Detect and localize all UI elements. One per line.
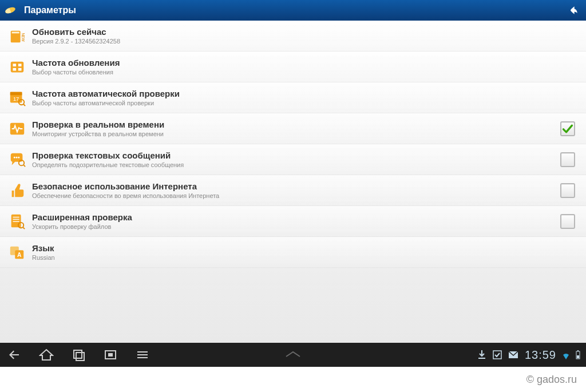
- row-autoscan-frequency[interactable]: 17 Частота автоматической проверки Выбор…: [0, 82, 586, 113]
- row-subtitle: Выбор частоты автоматической проверки: [32, 100, 579, 106]
- row-text: Язык Russian: [32, 243, 579, 261]
- svg-rect-42: [577, 350, 579, 351]
- row-update-now[interactable]: NEW Обновить сейчас Версия 2.9.2 - 13245…: [0, 21, 586, 52]
- settings-list: NEW Обновить сейчас Версия 2.9.2 - 13245…: [0, 21, 586, 343]
- svg-rect-31: [76, 353, 84, 361]
- realtime-scan-icon: [7, 118, 27, 139]
- wifi-icon: [563, 350, 569, 359]
- update-now-icon: NEW: [7, 26, 27, 46]
- svg-rect-11: [10, 92, 22, 95]
- app-root: Параметры NEW Обновить сейчас Версия 2.9…: [0, 0, 586, 392]
- nav-recent-button[interactable]: [70, 346, 87, 363]
- row-text: Частота обновления Выбор частоты обновле…: [32, 58, 579, 76]
- realtime-scan-checkbox[interactable]: [560, 121, 575, 136]
- clock-text: 13:59: [525, 349, 556, 362]
- download-icon: [478, 350, 486, 359]
- row-subtitle: Определять подозрительные текстовые сооб…: [32, 161, 556, 168]
- row-subtitle: Ускорить проверку файлов: [32, 223, 556, 230]
- row-text: Расширенная проверка Ускорить проверку ф…: [32, 212, 556, 230]
- row-title: Обновить сейчас: [32, 27, 579, 37]
- row-title: Проверка текстовых сообщений: [32, 151, 556, 160]
- extended-scan-checkbox[interactable]: [560, 214, 575, 229]
- svg-rect-21: [11, 214, 21, 227]
- row-subtitle: Мониторинг устройства в реальном времени: [32, 130, 556, 137]
- nav-back-button[interactable]: [6, 346, 23, 363]
- app-pill-icon: [0, 0, 21, 21]
- system-navbar: 13:59: [0, 343, 586, 367]
- row-extended-scan[interactable]: Расширенная проверка Ускорить проверку ф…: [0, 206, 586, 237]
- svg-text:NEW: NEW: [21, 33, 25, 42]
- row-text: Проверка в реальном времени Мониторинг у…: [32, 120, 556, 137]
- thumbs-up-icon: [7, 180, 27, 201]
- row-text: Обновить сейчас Версия 2.9.2 - 132456232…: [32, 27, 579, 45]
- header-title: Параметры: [24, 5, 76, 15]
- row-text: Проверка текстовых сообщений Определять …: [32, 151, 556, 168]
- svg-rect-5: [11, 61, 24, 72]
- svg-rect-6: [13, 64, 17, 66]
- header-bar: Параметры: [0, 0, 586, 21]
- svg-line-14: [23, 104, 25, 106]
- row-text: Безопасное использование Интернета Обесп…: [32, 181, 556, 199]
- watermark-footer: © gados.ru: [0, 367, 586, 392]
- svg-rect-38: [493, 351, 501, 359]
- svg-text:17: 17: [13, 96, 19, 101]
- sms-scan-icon: [7, 149, 27, 170]
- svg-line-20: [23, 165, 25, 167]
- svg-rect-33: [108, 353, 113, 357]
- row-subtitle: Russian: [32, 254, 579, 261]
- row-subtitle: Обеспечение безопасности во время исполь…: [32, 192, 556, 199]
- safe-internet-checkbox[interactable]: [560, 183, 575, 198]
- row-title: Расширенная проверка: [32, 212, 556, 222]
- language-icon: A: [7, 242, 27, 263]
- mail-icon: [509, 351, 518, 358]
- row-title: Язык: [32, 243, 579, 253]
- row-language[interactable]: A Язык Russian: [0, 237, 586, 268]
- svg-rect-7: [18, 64, 22, 66]
- row-safe-internet[interactable]: Безопасное использование Интернета Обесп…: [0, 175, 586, 206]
- document-search-icon: [7, 211, 27, 232]
- update-frequency-icon: [7, 57, 27, 77]
- row-update-frequency[interactable]: Частота обновления Выбор частоты обновле…: [0, 52, 586, 82]
- battery-icon: [576, 350, 580, 359]
- svg-rect-8: [13, 68, 17, 70]
- svg-point-16: [14, 156, 15, 158]
- checkbox-tray-icon: [493, 350, 502, 359]
- nav-home-button[interactable]: [38, 346, 55, 363]
- svg-rect-9: [18, 68, 22, 70]
- row-title: Проверка в реальном времени: [32, 120, 556, 129]
- watermark-text: © gados.ru: [526, 374, 577, 386]
- row-title: Частота обновления: [32, 58, 579, 68]
- svg-text:A: A: [17, 251, 22, 258]
- calendar-scan-icon: 17: [7, 88, 27, 108]
- svg-rect-30: [74, 350, 82, 358]
- nav-screenshot-button[interactable]: [102, 346, 119, 363]
- svg-line-26: [23, 227, 25, 229]
- row-subtitle: Версия 2.9.2 - 1324562324258: [32, 38, 579, 45]
- nav-menu-button[interactable]: [134, 346, 151, 363]
- row-text: Частота автоматической проверки Выбор ча…: [32, 89, 579, 106]
- row-subtitle: Выбор частоты обновления: [32, 69, 579, 76]
- row-realtime-scan[interactable]: Проверка в реальном времени Мониторинг у…: [0, 113, 586, 144]
- row-sms-scan[interactable]: Проверка текстовых сообщений Определять …: [0, 144, 586, 175]
- back-button[interactable]: [565, 2, 581, 18]
- system-tray[interactable]: 13:59: [478, 343, 580, 367]
- svg-point-17: [16, 156, 18, 158]
- expand-caret-icon[interactable]: [285, 350, 301, 360]
- row-title: Безопасное использование Интернета: [32, 181, 556, 191]
- svg-rect-41: [577, 355, 579, 358]
- svg-rect-3: [12, 31, 19, 33]
- sms-scan-checkbox[interactable]: [560, 152, 575, 167]
- svg-point-18: [18, 156, 19, 158]
- row-title: Частота автоматической проверки: [32, 89, 579, 98]
